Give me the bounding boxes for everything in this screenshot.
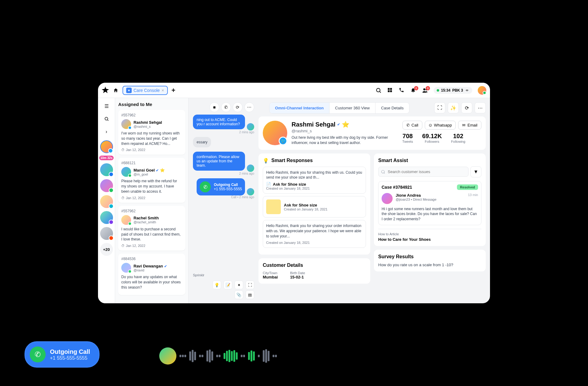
clock-icon: ⏱ [121, 148, 125, 152]
bell-icon[interactable]: 8 [410, 87, 417, 93]
conversation-avatar[interactable] [100, 179, 113, 192]
sprinklr-icon[interactable]: ✦ [235, 281, 243, 289]
conversation-avatar[interactable] [100, 195, 113, 208]
tab-customer-360[interactable]: Customer 360 View [330, 103, 375, 113]
refresh-icon[interactable]: ⟳ [461, 102, 472, 113]
app-header: ♥ Care Console × + 8 8 15:34 PBK 3 [98, 83, 490, 98]
user-avatar[interactable] [478, 86, 486, 95]
more-conversations[interactable]: +20 [100, 243, 113, 256]
bulb-icon[interactable]: 💡 [213, 281, 221, 289]
menu-icon[interactable]: ☰ [101, 100, 112, 112]
svg-rect-2 [390, 88, 392, 90]
response-item[interactable]: Hello Rashmi, thank you for sharing this… [263, 167, 366, 194]
attach-icon[interactable]: 📎 [235, 290, 243, 299]
logo-icon [102, 87, 109, 94]
online-dot-icon [437, 89, 439, 92]
profile-card: 🐦 Rashmi Sehgal ✔ ⭐ @rashmi_s Out here l… [258, 116, 486, 150]
svg-rect-3 [388, 90, 390, 92]
twitter-icon: 🐦 [279, 137, 287, 145]
more-icon[interactable]: ⋯ [475, 102, 486, 113]
smart-responses-card: 💡Smart Responses Hello Rashmi, thank you… [258, 153, 370, 255]
search-icon[interactable] [101, 113, 112, 124]
status-pill[interactable]: 15:34 PBK 3 [434, 87, 472, 94]
audio-waveform [159, 347, 277, 365]
refresh-icon[interactable]: ⟳ [233, 102, 243, 112]
profile-bio: Out here living my best life with my dog… [292, 135, 398, 146]
chat-message: essary [193, 137, 211, 147]
svg-point-0 [376, 88, 380, 92]
customer-details-card: Customer Details City/TownMumbai Birth D… [258, 258, 370, 284]
search-input[interactable] [378, 167, 469, 177]
svg-rect-1 [388, 88, 390, 90]
conversation-avatar[interactable] [100, 163, 113, 176]
svg-rect-4 [390, 90, 392, 92]
avatar [382, 193, 393, 204]
chat-message: ning out to ACME. Could you r account in… [193, 115, 245, 129]
search-icon[interactable] [375, 87, 382, 93]
verified-icon: ✔ [164, 264, 167, 268]
filter-icon[interactable]: ▼ [470, 166, 481, 177]
people-icon[interactable]: 8 [422, 87, 428, 93]
video-icon[interactable]: ■ [209, 102, 219, 112]
svg-point-5 [423, 88, 425, 90]
expand-icon[interactable]: ⛶ [246, 281, 254, 289]
add-tab-button[interactable]: + [172, 86, 175, 94]
expand-icon[interactable]: ⛶ [434, 102, 445, 113]
notif-badge: 8 [414, 86, 418, 90]
chat-message: confirmation. Please allow us an update … [193, 152, 245, 171]
email-button[interactable]: ✉ Email [458, 121, 481, 130]
assigned-title: Assigned to Me [118, 102, 185, 107]
chevron-right-icon[interactable]: › [101, 126, 112, 137]
verified-icon: ✔ [337, 123, 340, 127]
apps-icon[interactable] [387, 87, 393, 93]
case-id: #557962 [121, 113, 182, 117]
conversation-avatar[interactable] [100, 211, 113, 224]
call-button[interactable]: ✆ Call [402, 121, 422, 130]
tab-case-details[interactable]: Case Details [375, 103, 409, 113]
conversation-avatar[interactable] [100, 140, 113, 153]
more-icon[interactable]: ⋯ [244, 102, 254, 112]
caller-avatar [159, 347, 176, 365]
response-item[interactable]: Hello Rashmi, thank you for sharing your… [263, 220, 366, 248]
outgoing-call-block[interactable]: ✆Outgoing Call+1 555-555-5555 [197, 178, 245, 195]
close-icon[interactable]: × [162, 88, 164, 93]
avatar [247, 188, 254, 195]
article-link[interactable]: How to Care for Your Shoes [378, 237, 481, 242]
time-label: 15:34 [441, 88, 450, 93]
note-icon[interactable]: 📝 [224, 281, 232, 289]
tab-omni-channel[interactable]: Omni-Channel Interaction [270, 103, 330, 113]
resolved-badge: Resolved [457, 184, 478, 190]
phone-icon[interactable]: ✆ [221, 102, 231, 112]
wifi-icon [465, 88, 469, 93]
conversation-avatar[interactable] [100, 227, 113, 240]
tab-label: Care Console [134, 88, 160, 93]
floating-call-pill[interactable]: ✆ Outgoing Call+1 555-555-5555 [24, 341, 100, 368]
whatsapp-button[interactable]: ⊙ Whatsapp [425, 121, 456, 130]
avatar [247, 165, 254, 172]
left-rail: ☰ › 10m 32s +20 [98, 98, 115, 303]
phone-icon: ✆ [200, 181, 211, 192]
footer-label: Sprinklr [193, 271, 254, 279]
chat-column: ■ ✆ ⟳ ⋯ ning out to ACME. Could you r ac… [193, 102, 254, 299]
timer-badge: 10m 32s [99, 156, 114, 160]
smart-assist-card: Smart Assist ▼ Case #3784921Resolved [374, 153, 486, 246]
case-card[interactable]: #557962 Rachel Smith@rachel_smith I woul… [118, 206, 185, 251]
verified-icon: ✔ [156, 168, 159, 172]
home-icon[interactable] [113, 87, 119, 93]
case-card[interactable]: #557962 Rashmi Sehgal@rashmi_s I've worn… [118, 110, 185, 155]
people-badge: 8 [426, 86, 430, 90]
star-icon: ⭐ [342, 121, 349, 128]
profile-name: Rashmi Sehgal [292, 121, 335, 128]
phone-icon[interactable] [399, 87, 405, 93]
svg-point-7 [105, 117, 107, 120]
case-card[interactable]: #884536 Ravi Dewangan ✔@ravid Do you hav… [118, 254, 185, 295]
response-item[interactable]: Ask for Shoe sizeCreated on January 18, … [263, 196, 366, 218]
case-card[interactable]: #688121 Mansi Goel ✔ ⭐@m_goel Please hel… [118, 158, 185, 202]
profile-handle: @rashmi_s [292, 129, 398, 133]
thumbnail [266, 199, 281, 214]
wand-icon[interactable]: ✨ [448, 102, 459, 113]
tab-care-console[interactable]: ♥ Care Console × [123, 86, 168, 95]
assigned-panel: Assigned to Me #557962 Rashmi Sehgal@ras… [115, 98, 189, 303]
template-icon[interactable]: ▤ [246, 290, 254, 299]
star-icon: ⭐ [160, 168, 165, 172]
